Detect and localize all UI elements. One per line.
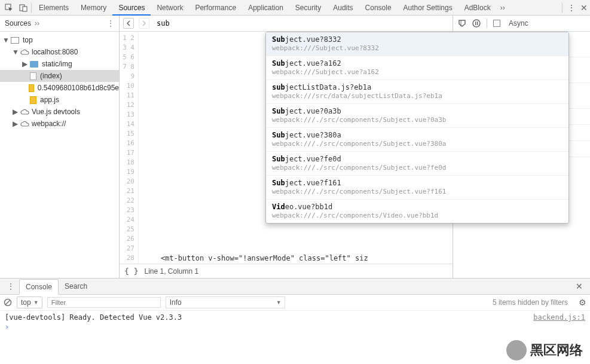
tree-label: localhost:8080 — [32, 48, 78, 56]
drawer-more-icon[interactable]: ⋮ — [4, 282, 18, 290]
suggest-title: Subject.vue?380a — [272, 131, 563, 139]
console-message: [vue-devtools] Ready. Detected Vue v2.3.… — [5, 313, 585, 322]
editor-panel: Subject.vue?8332webpack:///Subject.vue?8… — [120, 16, 453, 278]
doc-icon — [30, 72, 36, 80]
drawer-close-icon[interactable]: ✕ — [572, 282, 586, 291]
suggest-item[interactable]: Subject.vue?a162webpack:///Subject.vue?a… — [266, 56, 568, 80]
gear-icon[interactable]: ⚙ — [579, 298, 586, 307]
suggest-title: Subject.vue?0a3b — [272, 107, 563, 115]
console-toolbar: top▼ Info▼ 5 items hidden by filters ⚙ — [0, 295, 590, 311]
pretty-print-icon[interactable]: { } — [124, 267, 138, 276]
suggest-title: Subject.vue?fe0d — [272, 155, 563, 163]
tab-author-settings[interactable]: Author Settings — [398, 1, 458, 15]
suggest-title: Video.vue?bb1d — [272, 203, 563, 211]
overflow-icon[interactable]: ›› — [500, 4, 505, 12]
chevron-down-icon: ▼ — [276, 299, 282, 305]
drawer-tabbar: ⋮ ConsoleSearch ✕ — [0, 279, 590, 295]
folder-icon — [30, 61, 38, 68]
console-filter-input[interactable] — [47, 297, 161, 308]
disclosure-icon[interactable]: ▼ — [12, 48, 18, 56]
tree-label: app.js — [40, 96, 59, 104]
navigator-dropdown[interactable]: Sources — [5, 19, 31, 27]
tree-node[interactable]: 0.5409680108b61d8c95e — [0, 82, 119, 94]
tree-label: 0.5409680108b61d8c95e — [38, 84, 119, 92]
devtools-tabbar: ElementsMemorySourcesNetworkPerformanceA… — [0, 0, 590, 16]
tab-elements[interactable]: Elements — [33, 1, 75, 15]
async-label: Async — [509, 19, 528, 27]
svg-point-4 — [473, 20, 480, 27]
tree-node[interactable]: app.js — [0, 94, 119, 106]
device-toggle-icon[interactable] — [17, 1, 30, 14]
cloud-icon — [20, 49, 29, 56]
tree-node[interactable]: ▼top — [0, 34, 119, 46]
svg-rect-5 — [475, 22, 476, 25]
close-icon[interactable]: ✕ — [580, 3, 588, 13]
console-output[interactable]: [vue-devtools] Ready. Detected Vue v2.3.… — [0, 311, 590, 364]
separator — [31, 3, 32, 13]
main-panels: Sources ›› ⋮ ▼top▼localhost:8080▶static/… — [0, 16, 590, 279]
disclosure-icon[interactable]: ▶ — [12, 120, 18, 128]
nav-fwd-icon[interactable] — [139, 18, 149, 29]
svg-line-8 — [5, 300, 10, 305]
tree-label: static/img — [42, 60, 72, 68]
file-tree[interactable]: ▼top▼localhost:8080▶static/img(index)0.5… — [0, 32, 119, 278]
disclosure-icon[interactable]: ▶ — [22, 60, 27, 68]
hidden-count[interactable]: 5 items hidden by filters — [493, 298, 568, 307]
suggest-title: Subject.vue?a162 — [272, 59, 563, 68]
disclosure-icon[interactable]: ▶ — [12, 108, 18, 116]
tab-audits[interactable]: Audits — [327, 1, 359, 15]
more-icon[interactable]: ⋮ — [567, 3, 576, 13]
suggest-path: webpack:///./src/components/Subject.vue?… — [272, 188, 563, 195]
separator — [562, 3, 563, 13]
tab-application[interactable]: Application — [242, 1, 289, 15]
context-selector[interactable]: top▼ — [17, 296, 42, 308]
tab-memory[interactable]: Memory — [75, 1, 112, 15]
disclosure-icon[interactable]: ▼ — [2, 36, 8, 44]
suggest-path: webpack:///./src/components/Subject.vue?… — [272, 140, 563, 148]
pause-icon[interactable] — [472, 19, 481, 27]
console-prompt[interactable]: › — [5, 323, 585, 331]
tab-performance[interactable]: Performance — [189, 1, 242, 15]
tab-sources[interactable]: Sources — [112, 1, 151, 16]
tab-network[interactable]: Network — [151, 1, 189, 15]
tab-adblock[interactable]: AdBlock — [458, 1, 497, 15]
navigator-header: Sources ›› ⋮ — [0, 16, 119, 32]
tree-node[interactable]: ▶Vue.js devtools — [0, 106, 119, 118]
line-gutter: 1 2 3 4 5 6 7 8 9 10 11 12 13 14 15 16 1… — [120, 32, 139, 264]
drawer-tab-console[interactable]: Console — [19, 279, 59, 295]
tree-node[interactable]: ▶static/img — [0, 58, 119, 70]
async-checkbox[interactable] — [493, 20, 500, 27]
suggest-path: webpack:///src/data/subjectListData.js?e… — [272, 92, 563, 100]
file-icon — [29, 84, 34, 92]
suggest-item[interactable]: Subject.vue?0a3bwebpack:///./src/compone… — [266, 104, 568, 128]
separator — [487, 19, 487, 28]
suggest-title: Subject.vue?f161 — [272, 179, 563, 187]
editor-status-bar: { } Line 1, Column 1 — [120, 264, 453, 278]
inspect-icon[interactable] — [2, 1, 16, 14]
suggest-item[interactable]: Subject.vue?380awebpack:///./src/compone… — [266, 128, 568, 152]
watermark-text: 黑区网络 — [530, 341, 583, 359]
tab-security[interactable]: Security — [289, 1, 327, 15]
suggest-item[interactable]: subjectListData.js?eb1awebpack:///src/da… — [266, 80, 568, 104]
frame-icon — [11, 37, 19, 44]
pause-exceptions-icon[interactable] — [458, 19, 466, 27]
drawer-tab-search[interactable]: Search — [59, 279, 93, 294]
file-suggest-popup[interactable]: Subject.vue?8332webpack:///Subject.vue?8… — [265, 32, 569, 224]
nav-back-icon[interactable] — [123, 18, 134, 29]
tree-node[interactable]: ▶webpack:// — [0, 118, 119, 130]
cloud-icon — [20, 109, 29, 115]
suggest-item[interactable]: Video.vue?bb1dwebpack:///./src/component… — [266, 200, 568, 223]
tree-node[interactable]: ▼localhost:8080 — [0, 46, 119, 58]
tab-strip: ElementsMemorySourcesNetworkPerformanceA… — [33, 1, 497, 15]
log-source-link[interactable]: backend.js:1 — [533, 313, 585, 322]
log-level-selector[interactable]: Info▼ — [166, 296, 285, 308]
tab-console[interactable]: Console — [359, 1, 398, 15]
overflow-icon[interactable]: ›› — [35, 19, 39, 27]
tree-node[interactable]: (index) — [0, 70, 119, 82]
more-icon[interactable]: ⋮ — [107, 19, 114, 27]
open-file-input[interactable] — [154, 18, 449, 29]
clear-console-icon[interactable] — [4, 298, 12, 307]
suggest-item[interactable]: Subject.vue?f161webpack:///./src/compone… — [266, 176, 568, 200]
suggest-item[interactable]: Subject.vue?8332webpack:///Subject.vue?8… — [266, 32, 568, 56]
suggest-item[interactable]: Subject.vue?fe0dwebpack:///./src/compone… — [266, 152, 568, 176]
